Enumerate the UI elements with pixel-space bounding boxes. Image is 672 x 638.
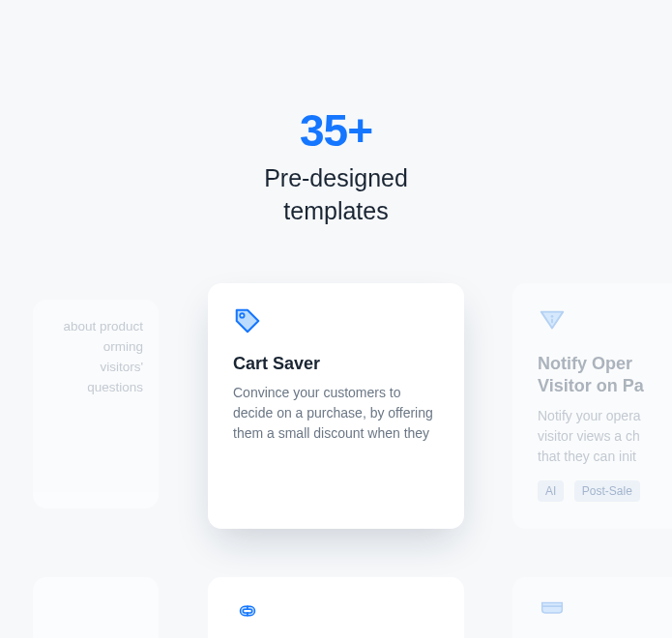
template-card-below-right[interactable]	[512, 577, 672, 638]
template-card-below-center[interactable]	[208, 577, 464, 638]
price-tag-icon	[233, 306, 262, 335]
template-card-active-title: Cart Saver	[233, 353, 439, 375]
header-section: 35+ Pre-designed templates	[0, 0, 672, 228]
subtitle-line2: templates	[283, 197, 388, 224]
template-card-next-desc: Notify your opera visitor views a ch tha…	[538, 406, 672, 467]
store-icon	[538, 596, 567, 625]
template-count: 35+	[0, 104, 672, 157]
template-card-below-left[interactable]	[33, 577, 159, 638]
template-card-prev[interactable]: about product orming visitors' questions	[33, 300, 159, 508]
svg-point-1	[551, 315, 554, 318]
header-subtitle: Pre-designed templates	[0, 162, 672, 228]
template-row-next	[0, 577, 672, 638]
diamond-info-icon	[538, 306, 567, 335]
template-card-prev-desc: about product orming visitors' questions	[48, 317, 143, 398]
template-card-next-title: Notify Oper Visitor on Pa	[538, 353, 672, 398]
tag-post-sale: Post-Sale	[574, 480, 640, 502]
svg-point-0	[240, 313, 244, 317]
template-card-active[interactable]: Cart Saver Convince your customers to de…	[208, 283, 464, 529]
tag-ai: AI	[538, 480, 564, 502]
svg-rect-2	[551, 319, 553, 324]
link-icon	[233, 596, 262, 625]
template-carousel[interactable]: about product orming visitors' questions…	[0, 283, 672, 535]
template-card-active-desc: Convince your customers to decide on a p…	[233, 383, 439, 444]
subtitle-line1: Pre-designed	[264, 164, 408, 191]
template-card-next-tags: AI Post-Sale	[538, 480, 672, 502]
template-card-next[interactable]: Notify Oper Visitor on Pa Notify your op…	[512, 283, 672, 529]
